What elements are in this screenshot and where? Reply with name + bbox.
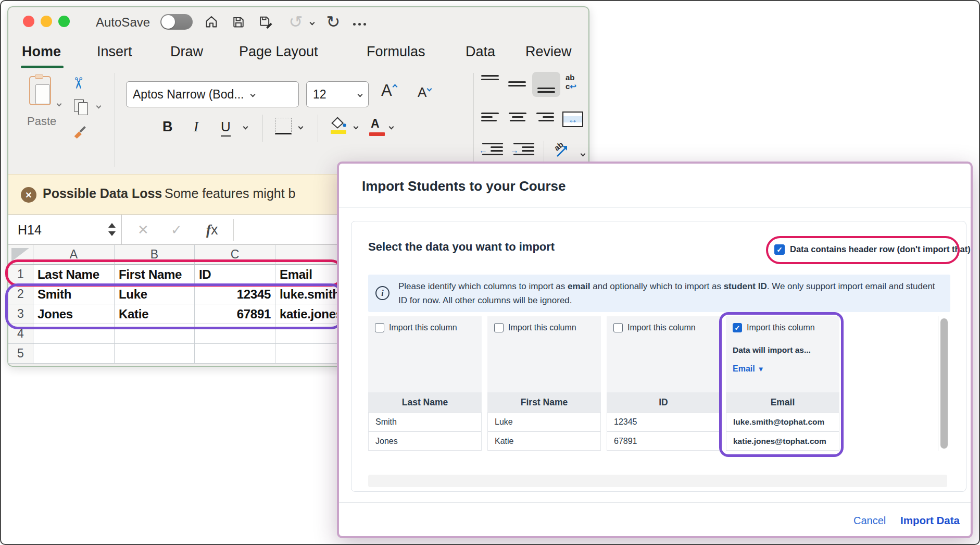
sheet-cell[interactable] — [195, 324, 275, 344]
sheet-cell[interactable] — [115, 324, 195, 344]
row-header-5[interactable]: 5 — [8, 344, 33, 364]
sheet-cell[interactable]: Katie — [115, 304, 195, 324]
ribbon-tab-review[interactable]: Review — [525, 44, 572, 60]
copy-icon[interactable] — [74, 99, 90, 116]
insert-function-icon[interactable]: fx — [206, 222, 218, 238]
screenshot-canvas: AutoSave ↺ ↻ HomeInsertDrawPage LayoutFo… — [0, 0, 980, 545]
row-header-1[interactable]: 1 — [8, 265, 33, 284]
vertical-scrollbar-thumb[interactable] — [940, 318, 948, 449]
import-column-checkbox[interactable] — [613, 323, 623, 332]
ribbon-tab-insert[interactable]: Insert — [97, 44, 132, 60]
column-cards: Import this columnLast NameSmithJonesImp… — [368, 316, 951, 451]
align-top-icon[interactable] — [481, 75, 500, 93]
orientation-icon[interactable]: ab — [553, 141, 576, 164]
align-bottom-icon[interactable] — [537, 75, 556, 93]
fill-color-chevron-icon[interactable] — [354, 125, 359, 130]
undo-icon[interactable]: ↺ — [286, 13, 305, 31]
ribbon-tab-data[interactable]: Data — [466, 44, 495, 60]
ribbon-tab-page-layout[interactable]: Page Layout — [239, 44, 318, 60]
save-icon[interactable] — [229, 13, 248, 31]
font-color-icon[interactable]: A — [371, 117, 380, 131]
horizontal-scrollbar[interactable] — [368, 475, 947, 487]
column-header-A[interactable]: A — [33, 245, 115, 265]
sheet-cell[interactable]: Jones — [33, 304, 115, 324]
sheet-cell[interactable] — [195, 344, 275, 364]
format-painter-icon[interactable] — [72, 122, 89, 141]
cut-icon[interactable]: ✂ — [69, 77, 87, 90]
window-zoom-button[interactable] — [58, 16, 70, 27]
import-column-checkbox[interactable] — [733, 323, 742, 332]
column-header-B[interactable]: B — [115, 245, 195, 265]
card-top-section: Import this column — [487, 316, 601, 392]
bold-button[interactable]: B — [162, 119, 173, 135]
sheet-cell[interactable]: 12345 — [195, 284, 275, 304]
undo-dropdown-chevron-icon[interactable] — [310, 20, 315, 26]
sheet-cell[interactable]: 67891 — [195, 304, 275, 324]
save-as-icon[interactable] — [256, 13, 275, 31]
row-header-3[interactable]: 3 — [8, 304, 33, 324]
import-checkbox-row: Import this column — [613, 323, 696, 332]
underline-button[interactable]: U — [221, 119, 231, 137]
sheet-cell[interactable] — [33, 324, 115, 344]
sheet-cell[interactable] — [33, 344, 115, 364]
section-title: Select the data you want to import — [368, 240, 555, 254]
row-header-4[interactable]: 4 — [8, 324, 33, 344]
autosave-toggle[interactable] — [160, 14, 193, 30]
sheet-cell[interactable]: Luke — [115, 284, 195, 304]
align-middle-icon[interactable] — [508, 75, 527, 93]
decrease-indent-icon[interactable]: ← — [480, 143, 503, 155]
row-header-2[interactable]: 2 — [8, 284, 33, 304]
align-center-icon[interactable] — [508, 113, 527, 130]
sheet-cell[interactable] — [115, 344, 195, 364]
cancel-entry-icon[interactable]: ✕ — [137, 222, 149, 238]
window-close-button[interactable] — [23, 16, 34, 27]
name-box-down-icon[interactable] — [108, 231, 116, 236]
align-right-icon[interactable] — [535, 113, 554, 130]
decrease-font-size-icon[interactable]: A — [418, 84, 430, 101]
sheet-cell[interactable]: Last Name — [33, 265, 115, 284]
paste-label[interactable]: Paste — [27, 115, 56, 128]
copy-dropdown-chevron-icon[interactable] — [96, 104, 102, 109]
borders-icon[interactable] — [275, 118, 292, 134]
orientation-chevron-icon[interactable] — [581, 152, 586, 157]
cancel-button[interactable]: Cancel — [853, 515, 886, 527]
name-box[interactable]: H14 — [8, 215, 122, 245]
font-color-chevron-icon[interactable] — [389, 125, 394, 130]
import-as-dropdown[interactable]: Email▼ — [733, 364, 764, 374]
italic-button[interactable]: I — [194, 119, 198, 135]
window-minimize-button[interactable] — [41, 16, 52, 27]
column-header-C[interactable]: C — [195, 245, 275, 265]
select-all-corner[interactable] — [8, 245, 33, 265]
font-name-select[interactable]: Aptos Narrow (Bod... — [126, 81, 299, 107]
increase-font-size-icon[interactable]: A — [381, 81, 396, 100]
merge-center-icon[interactable]: ↔ — [562, 112, 583, 127]
underline-dropdown-chevron-icon[interactable] — [243, 125, 248, 130]
ribbon-tab-home[interactable]: Home — [22, 44, 61, 60]
name-box-up-icon[interactable] — [108, 223, 116, 228]
sheet-cell[interactable]: Smith — [33, 284, 115, 304]
confirm-entry-icon[interactable]: ✓ — [171, 222, 182, 238]
align-left-icon[interactable] — [481, 113, 500, 130]
import-data-button[interactable]: Import Data — [900, 514, 960, 527]
wrap-text-icon[interactable]: abc↩ — [566, 73, 576, 91]
font-size-select[interactable]: 12 — [306, 81, 369, 107]
home-icon[interactable] — [202, 13, 221, 31]
more-commands-icon[interactable] — [353, 23, 366, 26]
card-column-header: ID — [607, 392, 720, 412]
ribbon-tab-draw[interactable]: Draw — [170, 44, 203, 60]
ribbon-tab-formulas[interactable]: Formulas — [367, 44, 425, 60]
import-column-checkbox[interactable] — [375, 323, 384, 332]
divider — [262, 115, 263, 142]
import-checkbox-label: Import this column — [508, 323, 576, 332]
borders-dropdown-chevron-icon[interactable] — [298, 125, 304, 130]
import-column-checkbox[interactable] — [494, 323, 504, 332]
header-row-checkbox[interactable] — [774, 244, 785, 255]
sheet-cell[interactable]: ID — [195, 265, 275, 284]
increase-indent-icon[interactable]: → — [511, 143, 534, 155]
font-name-value: Aptos Narrow (Bod... — [133, 88, 244, 102]
paste-clipboard-icon[interactable] — [29, 76, 51, 105]
sheet-cell[interactable]: First Name — [115, 265, 195, 284]
redo-icon[interactable]: ↻ — [324, 13, 343, 31]
paste-dropdown-chevron-icon[interactable] — [57, 102, 62, 107]
fill-color-icon[interactable] — [330, 116, 347, 131]
